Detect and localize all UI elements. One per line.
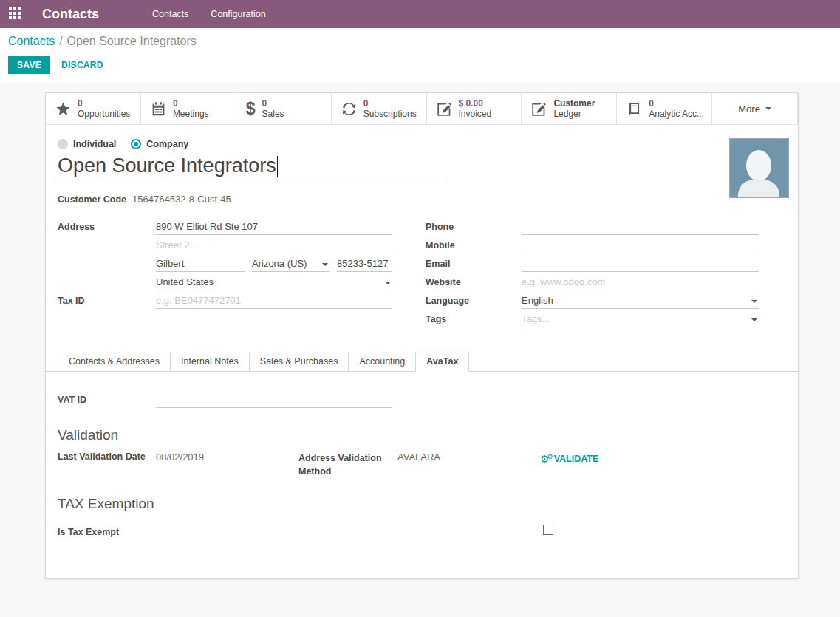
stat-button-subscriptions[interactable]: 0 Subscriptions [332,93,427,124]
website-label: Website [426,275,522,287]
breadcrumb-parent-link[interactable]: Contacts [8,35,55,47]
vat-id-label: VAT ID [58,392,156,408]
app-title[interactable]: Contacts [42,7,99,22]
tab-avatax[interactable]: AvaTax [415,352,469,372]
phone-input[interactable] [522,219,759,235]
stat-label: Sales [262,109,284,119]
avatar-placeholder-image [730,139,788,197]
street2-input[interactable]: Street 2... [156,238,392,253]
star-icon [55,101,71,117]
email-input[interactable] [522,256,759,272]
tax-exemption-heading: TAX Exemption [58,496,154,512]
calendar-icon [151,101,166,117]
stat-text: Customer Ledger [553,98,595,120]
spacer-label [58,238,156,240]
last-validation-date-value: 08/02/2019 [156,451,298,463]
tab-internal-notes[interactable]: Internal Notes [170,352,250,372]
phone-label: Phone [426,219,522,232]
mobile-row: Mobile [426,238,759,256]
address-validation-method-label: Address Validation Method [298,451,397,478]
gears-icon: ⚙⚙ [540,454,553,465]
nav-item-configuration[interactable]: Configuration [211,9,265,19]
stat-value: 0 [363,98,417,109]
vat-id-row: VAT ID [58,392,392,408]
email-label: Email [426,256,522,269]
text-cursor [277,156,278,177]
validate-button[interactable]: ⚙⚙ VALIDATE [540,454,598,465]
street-input[interactable]: 890 W Elliot Rd Ste 107 [156,219,392,235]
tags-row: Tags Tags... [426,312,759,330]
more-dropdown-button[interactable]: More [712,93,798,124]
phone-row: Phone [426,219,759,238]
radio-circle-company[interactable] [131,139,141,149]
country-row: United States [58,275,392,293]
last-validation-date-label: Last Validation Date [58,451,156,462]
more-button-inner: More [738,103,771,115]
stat-button-opportunities[interactable]: 0 Opportunities [46,93,141,124]
city-input[interactable]: Gilbert [156,256,245,272]
stat-label: Invoiced [459,109,492,119]
language-select[interactable]: English [522,293,759,309]
stat-text: 0 Subscriptions [363,98,417,120]
nav-menu: Contacts Configuration [152,9,266,19]
control-panel-buttons: SAVE DISCARD [8,56,832,74]
stat-text: 0 Meetings [173,98,209,120]
is-tax-exempt-checkbox[interactable] [543,525,553,535]
street-row: Address 890 W Elliot Rd Ste 107 [58,219,392,238]
stat-button-box: 0 Opportunities 0 Meetings $ 0 Sales [46,93,798,125]
email-row: Email [426,256,759,275]
stat-label: Analytic Acc... [649,109,704,119]
stat-label: Subscriptions [363,109,417,119]
tab-contacts-addresses[interactable]: Contacts & Addresses [58,352,171,372]
stat-button-meetings[interactable]: 0 Meetings [141,93,236,124]
stat-value: 0 [173,98,209,109]
stat-text: $ 0.00 Invoiced [459,98,492,120]
customer-code-value: 1564764532-8-Cust-45 [132,194,231,205]
radio-label-company: Company [146,139,188,149]
tab-accounting[interactable]: Accounting [348,352,416,372]
breadcrumb: Contacts/Open Source Integrators [8,35,832,48]
language-label: Language [426,293,522,306]
radio-individual[interactable]: Individual [58,139,116,149]
form-sheet: 0 Opportunities 0 Meetings $ 0 Sales [45,92,799,579]
tab-sales-purchases[interactable]: Sales & Purchases [249,352,349,372]
tax-id-input[interactable]: e.g. BE0477472701 [156,293,392,309]
tags-input[interactable]: Tags... [522,312,759,327]
stat-value: 0 [262,98,284,109]
city-state-zip-row: Gilbert Arizona (US) 85233-5127 [58,256,392,275]
dollar-icon: $ [246,100,256,117]
radio-circle-individual[interactable] [58,139,68,149]
spacer-label [58,275,156,277]
stat-button-invoiced[interactable]: $ 0.00 Invoiced [427,93,522,124]
country-select[interactable]: United States [156,275,392,290]
apps-grid-icon[interactable] [9,7,22,21]
validate-label: VALIDATE [554,454,599,464]
notebook-tabs: Contacts & Addresses Internal Notes Sale… [46,352,798,372]
stat-button-analytic-accounts[interactable]: 0 Analytic Acc... [617,93,712,124]
website-input[interactable]: e.g. www.odoo.com [522,275,759,290]
contact-avatar[interactable] [729,138,789,198]
stat-button-sales[interactable]: $ 0 Sales [236,93,332,124]
contact-name-input[interactable]: Open Source Integrators [58,154,447,183]
company-type-radios: Individual Company [58,139,188,149]
validation-row: Last Validation Date 08/02/2019 Address … [58,451,786,478]
stat-label: Ledger [553,109,595,119]
save-button[interactable]: SAVE [8,56,50,74]
stat-text: 0 Opportunities [78,98,130,120]
vat-id-input[interactable] [156,392,392,408]
state-select[interactable]: Arizona (US) [252,256,329,272]
zip-input[interactable]: 85233-5127 [337,256,392,272]
radio-company[interactable]: Company [131,139,188,149]
address-validation-method-value: AVALARA [397,451,540,463]
nav-item-contacts[interactable]: Contacts [152,9,188,19]
tax-id-label: Tax ID [58,293,156,306]
stat-value: Customer [553,98,595,109]
is-tax-exempt-label: Is Tax Exempt [58,525,119,537]
more-label: More [738,103,760,115]
discard-button[interactable]: DISCARD [61,60,103,70]
address-field-group: Address 890 W Elliot Rd Ste 107 Street 2… [58,219,392,312]
street2-row: Street 2... [58,238,392,256]
stat-button-customer-ledger[interactable]: Customer Ledger [522,93,617,124]
chevron-down-icon [765,107,771,110]
mobile-input[interactable] [522,238,759,253]
